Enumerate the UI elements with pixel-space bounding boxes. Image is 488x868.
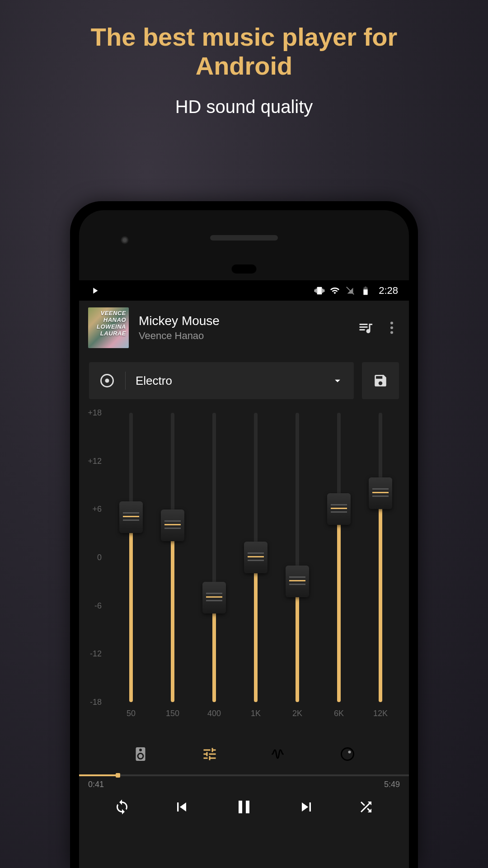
promo-title-line2: Android (196, 52, 293, 80)
progress-bar[interactable] (79, 774, 409, 776)
svg-point-7 (348, 751, 351, 754)
eq-sliders (115, 413, 396, 702)
preset-row: Electro (79, 355, 409, 404)
eq-thumb[interactable] (369, 477, 392, 509)
eq-x-label: 50 (115, 709, 147, 718)
next-button[interactable] (297, 798, 315, 816)
eq-x-label: 12K (365, 709, 396, 718)
eq-thumb[interactable] (244, 542, 267, 573)
eq-x-label: 1K (240, 709, 272, 718)
equalizer-area: +18+12+60-6-12-18 501504001K2K6K12K (79, 404, 409, 731)
progress-fill (79, 774, 118, 776)
eq-x-label: 150 (157, 709, 188, 718)
eq-fill (129, 517, 133, 702)
track-info[interactable]: Mickey Mouse Veence Hanao (139, 314, 347, 342)
svg-point-6 (341, 748, 353, 760)
eq-y-label: +6 (92, 505, 102, 514)
eq-fill (379, 493, 382, 702)
eq-fill (171, 525, 174, 702)
app-screen: 2:28 VEENCEHANAOLOWEINALAURAE Mickey Mou… (79, 280, 409, 868)
eq-slider[interactable] (240, 413, 272, 702)
playback-controls (79, 791, 409, 831)
eq-y-label: +18 (88, 408, 102, 418)
eq-slider[interactable] (365, 413, 396, 702)
eq-x-label: 6K (323, 709, 355, 718)
speaker-icon (132, 746, 149, 762)
eq-slider[interactable] (282, 413, 313, 702)
eq-x-label: 2K (282, 709, 313, 718)
tab-gauge[interactable] (338, 745, 357, 763)
eq-fill (296, 581, 299, 702)
no-sim-icon (345, 286, 355, 296)
progress-thumb[interactable] (116, 773, 120, 778)
time-row: 0:41 5:49 (79, 776, 409, 791)
repeat-button[interactable] (114, 799, 130, 815)
eq-y-label: -18 (90, 698, 102, 707)
svg-rect-0 (364, 289, 368, 295)
eq-y-label: -12 (90, 649, 102, 659)
svg-point-2 (390, 326, 393, 329)
eq-y-label: 0 (97, 553, 102, 562)
chevron-down-icon (331, 374, 344, 387)
eq-thumb[interactable] (119, 501, 143, 533)
vibrate-icon (314, 286, 324, 296)
eq-slider[interactable] (157, 413, 188, 702)
battery-icon (361, 286, 371, 296)
promo-subtitle: HD sound quality (0, 97, 488, 117)
eq-fill (337, 509, 341, 702)
eq-tabs (79, 731, 409, 774)
eq-thumb[interactable] (286, 566, 309, 597)
gauge-icon (339, 746, 356, 762)
eq-slider[interactable] (198, 413, 230, 702)
play-icon (90, 286, 100, 296)
svg-point-5 (105, 379, 109, 383)
previous-button[interactable] (173, 798, 191, 816)
wave-icon (270, 746, 286, 762)
eq-x-label: 400 (198, 709, 230, 718)
promo-title-line1: The best music player for (91, 23, 397, 51)
eq-y-label: -6 (94, 601, 102, 610)
eq-slider[interactable] (115, 413, 147, 702)
now-playing-header: VEENCEHANAOLOWEINALAURAE Mickey Mouse Ve… (79, 301, 409, 355)
camera-dot (120, 235, 130, 245)
time-duration: 5:49 (384, 780, 400, 789)
preset-dropdown[interactable]: Electro (89, 362, 354, 399)
eq-thumb[interactable] (161, 509, 184, 541)
tab-speaker[interactable] (131, 745, 150, 763)
album-art[interactable]: VEENCEHANAOLOWEINALAURAE (88, 307, 129, 348)
tab-wave[interactable] (269, 745, 287, 763)
more-icon[interactable] (384, 320, 400, 336)
playlist-icon[interactable] (357, 320, 374, 336)
preset-label: Electro (136, 374, 321, 388)
tab-equalizer[interactable] (201, 745, 219, 763)
eq-y-labels: +18+12+60-6-12-18 (79, 413, 106, 702)
eq-thumb[interactable] (327, 493, 351, 525)
svg-point-3 (390, 331, 393, 334)
promo-title: The best music player for Android (0, 23, 488, 81)
device-frame: 2:28 VEENCEHANAOLOWEINALAURAE Mickey Mou… (70, 201, 418, 868)
sensor-pill (232, 264, 257, 274)
track-title: Mickey Mouse (139, 314, 347, 328)
svg-point-1 (390, 322, 393, 325)
sliders-icon (202, 746, 218, 762)
eq-fill (254, 557, 258, 702)
wifi-icon (330, 286, 340, 296)
eq-x-labels: 501504001K2K6K12K (115, 709, 396, 718)
status-bar: 2:28 (79, 280, 409, 301)
track-artist: Veence Hanao (139, 330, 347, 342)
save-icon (373, 373, 388, 388)
time-elapsed: 0:41 (88, 780, 104, 789)
eq-y-label: +12 (88, 456, 102, 466)
shuffle-button[interactable] (358, 799, 374, 815)
divider (125, 372, 126, 390)
album-art-text: VEENCEHANAOLOWEINALAURAE (97, 310, 126, 337)
status-time: 2:28 (379, 285, 398, 297)
record-icon (99, 373, 115, 389)
pause-button[interactable] (233, 796, 255, 818)
promo-text-block: The best music player for Android HD sou… (0, 0, 488, 117)
save-preset-button[interactable] (362, 362, 399, 399)
speaker-grille (210, 235, 278, 241)
eq-slider[interactable] (323, 413, 355, 702)
eq-thumb[interactable] (202, 582, 226, 613)
